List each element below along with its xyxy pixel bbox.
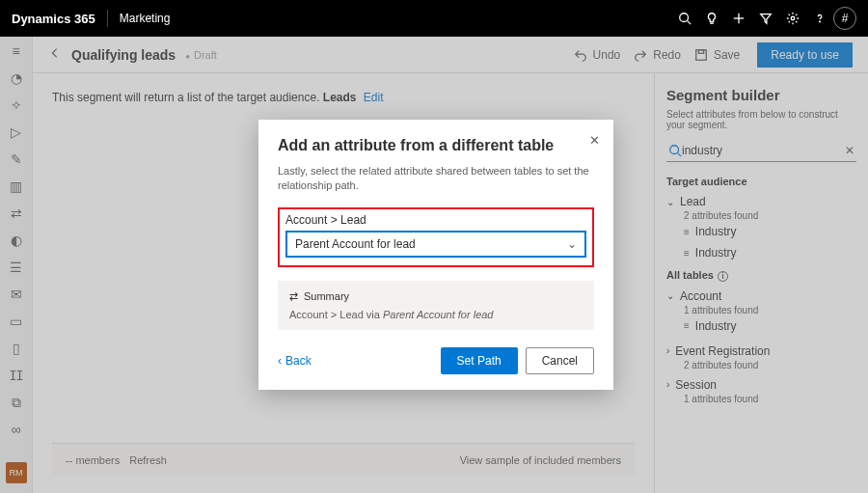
gear-icon[interactable] [779,5,806,32]
dropdown-value: Parent Account for lead [295,237,416,251]
top-separator [107,10,108,27]
add-icon[interactable] [725,5,752,32]
summary-box: ⇄Summary Account > Lead via Parent Accou… [278,281,594,330]
help-icon[interactable] [806,5,833,32]
set-path-button[interactable]: Set Path [441,347,518,374]
summary-path-via: Parent Account for lead [383,309,494,320]
svg-point-6 [791,16,795,20]
chevron-down-icon: ⌄ [567,237,577,251]
modal-description: Lastly, select the related attribute sha… [278,164,594,194]
summary-path-prefix: Account > Lead via [289,309,380,320]
back-label: Back [285,354,312,368]
highlighted-region: Account > Lead Parent Account for lead ⌄ [278,207,594,267]
modal-title: Add an attribute from a different table [278,137,594,154]
svg-point-0 [680,14,689,22]
relationship-dropdown[interactable]: Parent Account for lead ⌄ [285,231,586,258]
summary-label: Summary [304,290,349,302]
chevron-left-icon: ‹ [278,354,282,368]
module-name: Marketing [120,12,171,25]
svg-marker-5 [761,14,772,24]
cancel-button[interactable]: Cancel [526,347,594,374]
summary-icon: ⇄ [289,290,298,303]
product-name: Dynamics 365 [12,12,95,26]
add-attribute-modal: ✕ Add an attribute from a different tabl… [258,120,613,390]
modal-back-button[interactable]: ‹Back [278,354,312,368]
lightbulb-icon[interactable] [698,5,725,32]
filter-icon[interactable] [752,5,779,32]
svg-point-7 [820,21,821,22]
close-icon[interactable]: ✕ [589,133,600,148]
path-breadcrumb: Account > Lead [285,213,586,227]
svg-line-1 [688,21,692,25]
profile-avatar[interactable]: # [833,7,856,30]
global-top-bar: Dynamics 365 Marketing # [0,0,868,37]
search-icon[interactable] [671,5,698,32]
